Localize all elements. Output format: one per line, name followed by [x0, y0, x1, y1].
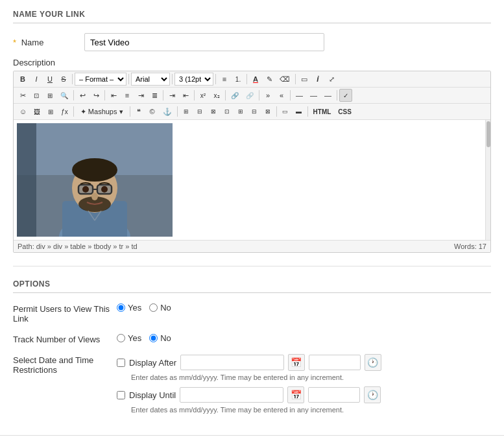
table-insert-6[interactable]: ⊟ [248, 105, 261, 118]
hr-left-button[interactable]: — [293, 89, 306, 102]
hr-right-button[interactable]: — [321, 89, 335, 102]
table-insert-2[interactable]: ⊟ [193, 105, 206, 118]
display-after-clock-button[interactable]: 🕐 [365, 354, 381, 371]
find-button[interactable]: 🔍 [57, 89, 71, 102]
toolbar-row-3: ☺ 🖼 ⊞ ƒx ✦ Mashups ▾ ❝ © ⚓ ⊞ ⊟ ⊠ ⊡ ⊞ ⊟ ⊠… [14, 104, 490, 120]
name-field-row: * Name [13, 33, 491, 51]
italic-button[interactable]: I [30, 73, 43, 86]
ordered-list-button[interactable]: 1. [232, 73, 245, 86]
toolbar-row-1: B I U S – Format – Arial 3 (12pt) ≡ 1. [14, 71, 490, 88]
display-after-hint: Enter dates as mm/dd/yyyy. Time may be e… [131, 373, 491, 381]
table-insert-1[interactable]: ⊞ [180, 105, 193, 118]
editor-scrollbar[interactable] [485, 120, 490, 240]
strikethrough-button[interactable]: S [57, 73, 70, 86]
blockquote-out-button[interactable]: « [275, 89, 288, 102]
html-button[interactable]: HTML [310, 105, 335, 118]
toolbar-sep-4 [215, 74, 216, 84]
quote-button[interactable]: ❝ [132, 105, 145, 118]
display-until-date-input[interactable] [180, 387, 283, 403]
font-select[interactable]: Arial [131, 73, 170, 86]
align-left-button[interactable]: ⇤ [107, 89, 120, 102]
permit-no-radio[interactable] [149, 303, 158, 312]
name-input[interactable] [84, 33, 324, 51]
cut-button[interactable]: ✂ [16, 89, 29, 102]
paste-button[interactable]: ⊞ [43, 89, 56, 102]
display-after-date-input[interactable] [180, 355, 284, 370]
code-button[interactable]: ƒx [58, 105, 71, 118]
permit-no-text: No [160, 303, 171, 313]
options-section: OPTIONS Permit Users to View This Link Y… [13, 279, 491, 419]
indent-button[interactable]: ⇥ [165, 89, 178, 102]
align-right-button[interactable]: ⇥ [134, 89, 147, 102]
block-btn-1[interactable]: ▭ [279, 105, 292, 118]
text-color-button[interactable]: A [249, 73, 262, 86]
display-after-calendar-button[interactable]: 📅 [288, 354, 305, 371]
table-insert-5[interactable]: ⊞ [234, 105, 247, 118]
track-yes-radio[interactable] [117, 334, 125, 342]
permit-users-controls: Yes No [117, 303, 491, 313]
redo-button[interactable]: ↪ [90, 89, 102, 102]
display-until-checkbox[interactable] [117, 391, 125, 399]
track-no-label[interactable]: No [149, 333, 171, 343]
css-button[interactable]: CSS [335, 105, 355, 118]
copyright-button[interactable]: © [146, 105, 159, 118]
toolbar-sep-1 [72, 74, 73, 84]
blockquote-in-button[interactable]: » [261, 89, 274, 102]
toolbar-sep-15 [73, 106, 74, 117]
permit-no-label[interactable]: No [149, 303, 171, 313]
table-button[interactable]: ⊞ [44, 105, 57, 118]
fullscreen-button[interactable]: ⤢ [325, 73, 338, 86]
table-insert-7[interactable]: ⊠ [261, 105, 274, 118]
display-after-label: Display After [129, 358, 176, 368]
track-views-controls: Yes No [117, 333, 491, 343]
name-label: * Name [13, 38, 84, 47]
toolbar-sep-9 [163, 90, 163, 100]
unlink-button[interactable]: 🔗 [243, 89, 257, 102]
table-insert-4[interactable]: ⊡ [221, 105, 234, 118]
display-until-time-input[interactable] [308, 387, 360, 403]
subscript-button[interactable]: x₂ [210, 89, 223, 102]
date-restrictions-controls: Display After 📅 🕐 Enter dates as mm/dd/y… [117, 354, 491, 419]
image-button[interactable]: 🖼 [30, 105, 43, 118]
size-select[interactable]: 3 (12pt) [174, 73, 213, 86]
anchor-button[interactable]: ⚓ [160, 105, 175, 118]
underline-button[interactable]: U [43, 73, 56, 86]
toolbar-sep-7 [73, 90, 74, 100]
unordered-list-button[interactable]: ≡ [218, 73, 231, 86]
mashups-button[interactable]: ✦ Mashups ▾ [76, 105, 128, 118]
link-button[interactable]: 🔗 [228, 89, 242, 102]
monitor-button[interactable]: ▭ [298, 73, 311, 86]
emoticon-button[interactable]: ☺ [16, 105, 30, 118]
display-after-checkbox[interactable] [117, 359, 125, 367]
align-justify-button[interactable]: ≣ [148, 89, 161, 102]
permit-users-row: Permit Users to View This Link Yes No [13, 303, 491, 324]
highlight-button[interactable]: ✎ [263, 73, 276, 86]
superscript-button[interactable]: x² [197, 89, 210, 102]
editor-path-text: Path: div » div » table » tbody » tr » t… [18, 242, 138, 250]
permit-yes-label[interactable]: Yes [117, 303, 141, 313]
copy-button[interactable]: ⊡ [30, 89, 43, 102]
toolbar-sep-19 [307, 106, 308, 117]
format-select[interactable]: – Format – [75, 73, 126, 86]
display-until-clock-button[interactable]: 🕐 [364, 386, 381, 403]
clock-icon-1: 🕐 [367, 357, 378, 368]
special-char-button[interactable]: ✓ [339, 89, 352, 102]
track-views-label: Track Number of Views [13, 333, 117, 344]
display-after-time-input[interactable] [309, 355, 361, 370]
bold-button[interactable]: B [16, 73, 29, 86]
table-insert-3[interactable]: ⊠ [207, 105, 220, 118]
hr-center-button[interactable]: — [307, 89, 320, 102]
block-btn-2[interactable]: ▬ [293, 105, 306, 118]
editor-content[interactable] [14, 120, 490, 240]
info-button[interactable]: i [311, 73, 324, 86]
eraser-button[interactable]: ⌫ [276, 73, 293, 86]
undo-button[interactable]: ↩ [76, 89, 89, 102]
outdent-button[interactable]: ⇤ [179, 89, 192, 102]
track-no-radio[interactable] [149, 334, 158, 342]
word-count: Words: 17 [454, 242, 486, 250]
permit-yes-radio[interactable] [117, 303, 125, 312]
video-thumbnail [17, 123, 173, 237]
display-until-calendar-button[interactable]: 📅 [287, 386, 304, 403]
align-center-button[interactable]: ≡ [121, 89, 134, 102]
track-yes-label[interactable]: Yes [117, 333, 141, 343]
